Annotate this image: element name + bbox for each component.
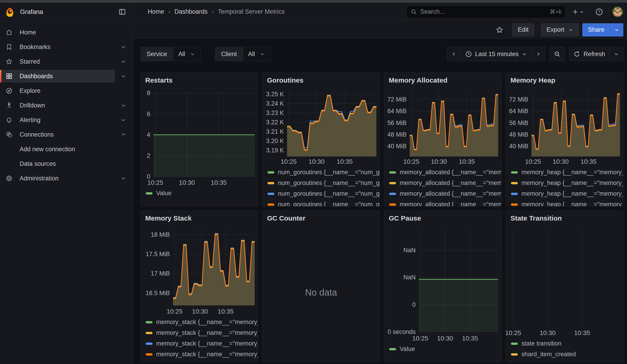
sidebar-item-administration[interactable]: Administration (0, 171, 133, 186)
export-button[interactable]: Export (541, 23, 579, 37)
panel-title[interactable]: GC Pause (384, 211, 501, 223)
breadcrumb-dashboards[interactable]: Dashboards (174, 8, 208, 15)
panel-title[interactable]: Goroutines (262, 73, 380, 85)
sidebar-item-label: Home (20, 29, 36, 36)
nav-actions: ? (571, 6, 623, 18)
svg-text:10:25: 10:25 (525, 158, 541, 165)
panel-title[interactable]: Memory Allocated (384, 73, 501, 85)
legend-item[interactable]: shard_item_created (511, 349, 623, 360)
sidebar-item-data-sources[interactable]: Data sources (0, 156, 133, 171)
svg-text:16.5 MiB: 16.5 MiB (146, 290, 170, 297)
chevron-up-icon[interactable] (119, 132, 127, 138)
chevron-down-icon (614, 27, 620, 33)
favorite-star-icon[interactable] (494, 24, 506, 36)
breadcrumb-home[interactable]: Home (148, 8, 164, 15)
legend-item[interactable]: state transition (511, 338, 623, 349)
sidebar-item-bookmarks[interactable]: Bookmarks (0, 40, 133, 54)
legend-item[interactable]: memory_allocated {__name__="memo (389, 178, 501, 188)
sidebar-item-label: Connections (20, 131, 54, 138)
zoom-out-icon (554, 51, 561, 57)
sidebar-item-drilldown[interactable]: Drilldown (0, 98, 133, 113)
share-dropdown-button[interactable] (610, 23, 623, 37)
sidebar-item-connections[interactable]: Connections (0, 127, 133, 142)
add-new-button[interactable] (571, 7, 586, 17)
chevron-down-icon[interactable] (119, 44, 127, 50)
legend-item[interactable]: memory_allocated {__name__="memo (389, 199, 501, 206)
panel-title[interactable]: State Transition (506, 211, 623, 223)
svg-text:48 MiB: 48 MiB (387, 131, 407, 138)
sidebar-item-dashboards[interactable]: Dashboards (0, 69, 133, 84)
svg-text:10:35: 10:35 (462, 335, 478, 342)
legend-color-swatch (389, 348, 396, 350)
panel-title[interactable]: Memory Heap (506, 73, 623, 85)
grafana-logo-icon[interactable] (5, 7, 15, 17)
refresh-interval-dropdown[interactable] (609, 47, 623, 61)
legend-item[interactable]: Value (389, 344, 501, 354)
legend-item[interactable]: Value (146, 188, 258, 199)
legend-item[interactable]: memory_heap {__name__="memory_h (511, 167, 623, 178)
legend-item[interactable]: memory_allocated {__name__="memo (389, 167, 501, 178)
user-avatar[interactable] (612, 7, 623, 17)
variable-service-value[interactable]: All (173, 47, 200, 61)
legend-item[interactable]: num_goroutines {__name__="num_go (267, 188, 380, 199)
top-nav: Grafana Home › Dashboards › Temporal Ser… (0, 3, 627, 21)
svg-text:10:30: 10:30 (540, 329, 556, 336)
svg-text:18 MiB: 18 MiB (151, 231, 170, 238)
search-input[interactable] (420, 8, 550, 15)
legend-item[interactable]: num_goroutines {__name__="num_go (267, 199, 380, 206)
drilldown-icon (5, 102, 13, 109)
chevron-down-icon[interactable] (119, 59, 127, 64)
panel-state-transition: State Transition 10:2510:3010:35 state t… (506, 210, 623, 362)
legend-item[interactable]: num_goroutines {__name__="num_go (267, 167, 380, 178)
sidebar-item-add-new-connection[interactable]: Add new connection (0, 142, 133, 156)
panel-title[interactable]: Restarts (141, 73, 258, 85)
variable-client-value[interactable]: All (243, 47, 270, 61)
legend-item[interactable]: memory_allocated {__name__="memo (389, 188, 501, 199)
legend-item[interactable]: memory_stack {__name__="memory_s (146, 317, 258, 327)
dashboard-toolbar: Edit Export Share (133, 21, 627, 39)
chevron-right-icon (536, 51, 541, 57)
dock-sidebar-icon[interactable] (116, 6, 128, 18)
edit-button[interactable]: Edit (512, 23, 534, 37)
share-button[interactable]: Share (582, 23, 610, 37)
sidebar-item-explore[interactable]: Explore (0, 84, 133, 98)
time-range-picker[interactable]: Last 15 minutes (461, 47, 531, 61)
help-icon[interactable]: ? (593, 6, 605, 18)
variable-client: Client All (215, 47, 270, 61)
legend: Value (384, 344, 501, 362)
sidebar-item-home[interactable]: Home (0, 25, 133, 40)
chevron-down-icon[interactable] (119, 175, 127, 181)
chevron-down-icon[interactable] (119, 73, 127, 79)
time-controls: Last 15 minutes (447, 47, 623, 61)
chevron-down-icon[interactable] (119, 103, 127, 108)
svg-text:10:35: 10:35 (459, 158, 475, 165)
brand-name[interactable]: Grafana (20, 8, 43, 15)
chevron-down-icon (522, 51, 527, 57)
panel-title[interactable]: Memory Stack (141, 211, 258, 223)
compass-icon (5, 87, 13, 95)
search-box[interactable]: ⌘+k (406, 5, 566, 18)
legend-item[interactable]: memory_heap {__name__="memory_h (511, 199, 623, 206)
legend-item[interactable]: memory_stack {__name__="memory_s (146, 349, 258, 360)
time-shift-forward-button[interactable] (531, 47, 545, 61)
divider (590, 7, 590, 17)
legend-item[interactable]: memory_heap {__name__="memory_h (511, 188, 623, 199)
svg-text:64 MiB: 64 MiB (509, 108, 528, 114)
refresh-icon (574, 51, 580, 57)
time-shift-back-button[interactable] (447, 47, 461, 61)
sidebar-item-alerting[interactable]: Alerting (0, 113, 133, 127)
window-strip (0, 0, 627, 3)
legend-item[interactable]: memory_heap {__name__="memory_h (511, 178, 623, 188)
panel-title[interactable]: GC Counter (262, 211, 380, 223)
panel-memory-heap: Memory Heap 40 MiB48 MiB56 MiB64 MiB72 M… (506, 73, 623, 207)
svg-text:8: 8 (147, 90, 150, 97)
refresh-button[interactable]: Refresh (569, 47, 609, 61)
legend-item[interactable]: memory_stack {__name__="memory_s (146, 338, 258, 349)
legend-item[interactable]: num_goroutines {__name__="num_go (267, 178, 380, 188)
sidebar-item-starred[interactable]: Starred (0, 54, 133, 69)
zoom-out-button[interactable] (550, 47, 565, 61)
chevron-down-icon[interactable] (119, 117, 127, 123)
dashboards-grid-icon (5, 73, 13, 80)
legend-item[interactable]: memory_stack {__name__="memory_s (146, 327, 258, 338)
svg-text:3.19 K: 3.19 K (266, 147, 284, 154)
